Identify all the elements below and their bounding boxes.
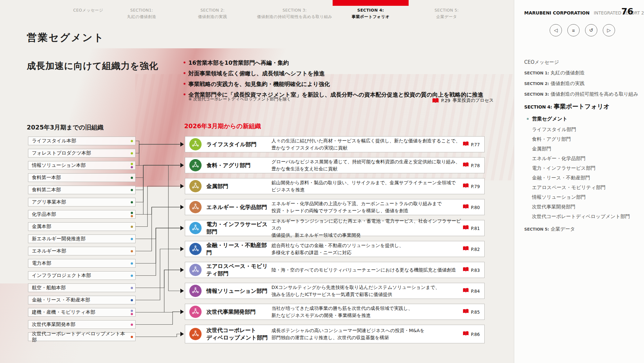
- mapping-dots: [131, 336, 133, 338]
- dept-name-line: 電力・インフラサービス部門: [206, 221, 269, 235]
- contents-menu-icon[interactable]: ≡: [567, 24, 580, 36]
- dept-row: 次世代コーポレートディベロップメント部門成長ポテンシャルの高いコンシューマー関連…: [185, 325, 485, 343]
- nav-section-label: SECTION 4:: [352, 7, 390, 14]
- toc-item-16[interactable]: SECTION 5:企業データ: [524, 226, 639, 232]
- toc-label: 次世代コーポレートディベロップメント部門: [532, 214, 630, 219]
- dept-page-link[interactable]: P.86: [463, 331, 480, 337]
- dept-page-link[interactable]: P.82: [463, 246, 480, 252]
- dept-row: 次世代事業開発部門当社が培ってきた成功事業の勝ち筋を次世代の成長領域で実践し、新…: [185, 304, 485, 320]
- mapping-dot-icon: [131, 299, 133, 301]
- summary-bullet: 事業戦略の実践力を、知見集約・機能明確化により強化: [184, 80, 483, 88]
- dept-name: 食料・アグリ部門: [206, 162, 269, 169]
- old-org-box: エネルギー本部: [28, 247, 136, 255]
- arrow-right-icon: [180, 289, 186, 293]
- dept-name: 次世代コーポレートディベロップメント部門: [206, 327, 269, 341]
- dept-description: 当社が培ってきた成功事業の勝ち筋を次世代の成長領域で実践し、新たなビジネスモデル…: [271, 305, 463, 319]
- dept-row: エネルギー・化学品部門エネルギー・化学品関連の上流から下流、カーボンニュートラル…: [185, 199, 485, 215]
- dept-description: 総合商社ならではの金融・不動産のソリューションを提供し、多様化する顧客の課題・ニ…: [271, 242, 463, 256]
- nav-section-label: SECTION 3:: [257, 7, 332, 14]
- open-book-icon: [432, 98, 439, 103]
- nav-section-label2: 事業ポートフォリオ: [352, 14, 390, 20]
- toc-item-8[interactable]: 金属部門: [532, 146, 639, 152]
- dept-row: 食料・アグリ部門グローバルなビジネス展開を通じて、持続可能な食料資源の生産と安定…: [185, 157, 485, 173]
- bullet-text: 事業戦略の実践力を、知見集約・機能明確化により強化: [188, 80, 330, 88]
- old-org-label: 情報ソリューション本部: [32, 162, 86, 168]
- dept-description-line: 成長ポテンシャルの高いコンシューマー関連ビジネスへの投資・M&Aを: [271, 327, 463, 334]
- nav-section-4[interactable]: SECTION 4:事業ポートフォリオ: [352, 7, 390, 20]
- toc-section-prefix: SECTION 2:: [524, 81, 549, 86]
- dept-page-number: P.81: [471, 225, 480, 231]
- mapping-dot-icon: [131, 166, 133, 168]
- arrow-right-icon: [180, 310, 186, 314]
- old-org-label: 建機・産機・モビリティ本部: [32, 309, 95, 315]
- dept-row: 金属部門鉱山開発から原料・製品の取り扱い、リサイクルまで、金属サプライチェーン全…: [185, 178, 485, 194]
- nav-section-0[interactable]: CEOメッセージ: [73, 7, 103, 14]
- old-org-label: 金属本部: [32, 224, 51, 230]
- dept-description-line: 豊かな食生活を支え社会に貢献: [271, 165, 463, 172]
- return-icon[interactable]: ↺: [585, 24, 597, 36]
- footnote: ※ 次世代コーポレートディベロップメント部門を除く: [188, 96, 291, 102]
- open-book-icon: [463, 183, 469, 189]
- old-org-box: 建機・産機・モビリティ本部: [28, 308, 136, 317]
- toc-item-1[interactable]: SECTION 1:丸紅の価値創造: [524, 70, 639, 76]
- toc-item-12[interactable]: エアロスペース・モビリティ部門: [532, 185, 639, 191]
- toc-item-10[interactable]: 電力・インフラサービス部門: [532, 165, 639, 171]
- toc-item-4[interactable]: SECTION 4:事業ポートフォリオ: [524, 102, 639, 111]
- nav-section-label2: 価値創造の持続可能性を高める取り組み: [257, 14, 332, 20]
- dept-name: 電力・インフラサービス部門: [206, 221, 269, 235]
- current-page-dot-icon: [527, 118, 529, 120]
- dept-page-link[interactable]: P.81: [463, 225, 480, 231]
- toc-item-7[interactable]: 食料・アグリ部門: [532, 136, 639, 142]
- toc-item-3[interactable]: SECTION 3:価値創造の持続可能性を高める取り組み: [524, 91, 639, 97]
- toc-item-11[interactable]: 金融・リース・不動産部門: [532, 175, 639, 181]
- toc-item-2[interactable]: SECTION 2:価値創造の実践: [524, 81, 639, 87]
- old-org-box: 電力本部: [28, 259, 136, 268]
- old-org-label: 金融・リース・不動産本部: [32, 297, 90, 303]
- mapping-dot-icon: [131, 225, 133, 228]
- dept-description: 成長ポテンシャルの高いコンシューマー関連ビジネスへの投資・M&Aを部門独自の運営…: [271, 327, 463, 341]
- dept-page-link[interactable]: P.77: [463, 141, 480, 148]
- dept-page-link[interactable]: P.85: [463, 309, 480, 315]
- open-book-icon: [463, 331, 469, 337]
- new-org-title: 2026年3月期からの新組織: [184, 122, 261, 130]
- prev-page-icon-glyph: ◁: [554, 27, 558, 33]
- old-org-box: ライフスタイル本部: [28, 137, 136, 145]
- nav-section-2[interactable]: SECTION 2:価値創造の実践: [198, 7, 227, 20]
- mapping-dots: [131, 262, 133, 264]
- toc-item-14[interactable]: 次世代事業開発部門: [532, 204, 639, 210]
- old-org-label: 食料第二本部: [32, 187, 61, 193]
- arrow-right-icon: [180, 226, 186, 230]
- mapping-dot-icon: [131, 323, 133, 326]
- dept-page-link[interactable]: P.84: [463, 288, 480, 294]
- old-org-label: 次世代コーポレートディベロップメント本部: [32, 331, 127, 343]
- next-page-icon[interactable]: ▷: [603, 24, 615, 36]
- dept-page-link[interactable]: P.78: [463, 162, 480, 168]
- brand-name: MARUBENI CORPORATION: [524, 10, 590, 15]
- dept-page-link[interactable]: P.79: [463, 183, 480, 189]
- toc-item-15[interactable]: 次世代コーポレートディベロップメント部門: [532, 214, 639, 220]
- active-section-marker: [333, 0, 409, 6]
- mapping-dots: [131, 140, 133, 142]
- nav-section-1[interactable]: SECTION1:丸紅の価値創造: [127, 7, 156, 20]
- toc-item-0[interactable]: CEOメッセージ: [524, 59, 639, 65]
- toc-item-6[interactable]: ライフスタイル部門: [532, 127, 639, 133]
- dept-name-line: 金融・リース・不動産部門: [206, 242, 269, 256]
- nav-section-5[interactable]: SECTION 5:企業データ: [434, 7, 459, 20]
- dept-page-number: P.80: [471, 205, 480, 210]
- old-org-box: 金属本部: [28, 222, 136, 231]
- toc-item-5[interactable]: 営業セグメント: [527, 116, 639, 122]
- toc-item-13[interactable]: 情報ソリューション部門: [532, 194, 639, 200]
- nav-section-3[interactable]: SECTION 3:価値創造の持続可能性を高める取り組み: [257, 7, 332, 20]
- prev-page-icon[interactable]: ◁: [550, 24, 562, 36]
- old-org-box: 次世代事業開発本部: [28, 320, 136, 329]
- bullet-dot-icon: [184, 72, 185, 74]
- investment-process-link[interactable]: P.29 事業投資のプロセス: [432, 98, 494, 103]
- dept-page-link[interactable]: P.83: [463, 267, 480, 273]
- toc-item-9[interactable]: エネルギー・化学品部門: [532, 156, 639, 162]
- dept-description-line: 鉱山開発から原料・製品の取り扱い、リサイクルまで、金属サプライチェーン全領域で: [271, 179, 463, 186]
- dept-page-link[interactable]: P.80: [463, 204, 480, 210]
- dept-page-number: P.77: [471, 142, 480, 147]
- mapping-dots: [131, 299, 133, 301]
- dept-name: 金属部門: [206, 183, 269, 190]
- mapping-dots: [131, 201, 133, 203]
